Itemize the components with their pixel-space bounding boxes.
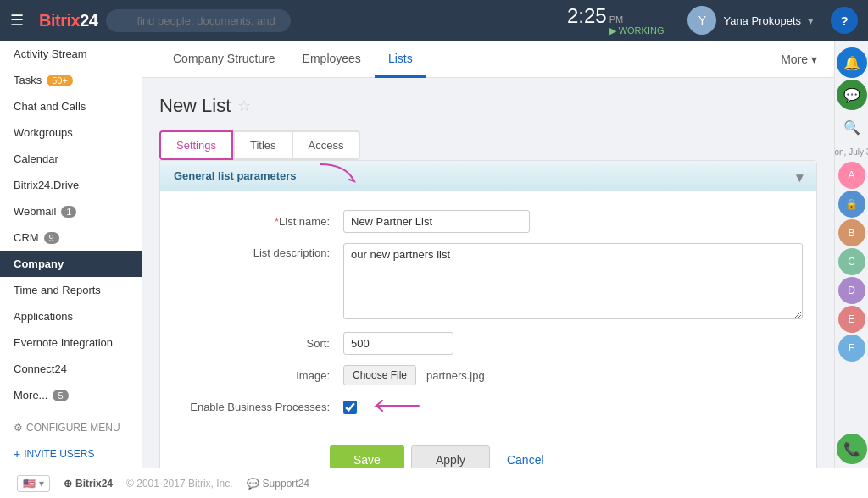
tab-lists[interactable]: Lists — [375, 42, 426, 78]
support-link[interactable]: 💬 Support24 — [247, 478, 309, 490]
avatar-1[interactable]: A — [838, 162, 865, 189]
sidebar-item-webmail[interactable]: Webmail 1 — [0, 198, 142, 224]
user-name: Yana Prokopets — [723, 14, 801, 27]
tab-company-structure[interactable]: Company Structure — [159, 42, 289, 78]
content-area: Company Structure Employees Lists More ▾… — [142, 41, 834, 468]
image-label: Image: — [174, 369, 343, 382]
sidebar-label: Webmail — [14, 205, 56, 218]
bottom-logo: ⊕ Bitrix24 — [64, 478, 113, 490]
sidebar-item-evernote[interactable]: Evernote Integration — [0, 329, 142, 356]
page-title: New List ☆ — [159, 95, 817, 117]
cancel-button[interactable]: Cancel — [497, 445, 554, 468]
form-tabs-wrap: Settings Titles Access — [159, 130, 817, 160]
choose-file-button[interactable]: Choose File — [343, 365, 416, 385]
sidebar-item-applications[interactable]: Applications — [0, 303, 142, 329]
sidebar-label: Workgroups — [14, 126, 73, 139]
sidebar-item-calendar[interactable]: Calendar — [0, 146, 142, 172]
sidebar-label: More... — [14, 389, 47, 401]
tab-employees[interactable]: Employees — [289, 42, 375, 78]
avatar: Y — [687, 6, 716, 35]
sidebar: Activity Stream Tasks 50+ Chat and Calls… — [0, 41, 142, 468]
chat-icon-btn[interactable]: 💬 — [837, 80, 867, 110]
configure-menu[interactable]: ⚙ CONFIGURE MENU — [0, 415, 142, 440]
sidebar-item-tasks[interactable]: Tasks 50+ — [0, 67, 142, 93]
bottom-bar: 🇺🇸 ▾ ⊕ Bitrix24 © 2001-2017 Bitrix, Inc.… — [0, 468, 868, 498]
more-badge: 5 — [53, 390, 68, 401]
bp-row: Enable Business Processes: — [160, 390, 816, 423]
user-menu[interactable]: Y Yana Prokopets ▾ — [687, 6, 814, 35]
copyright-text: © 2001-2017 Bitrix, Inc. — [126, 478, 233, 490]
search-wrap: 🔍 — [106, 9, 428, 32]
sidebar-item-more[interactable]: More... 5 — [0, 382, 142, 408]
form-container: General list parameters ▾ *List name: — [159, 160, 817, 468]
apply-button[interactable]: Apply — [411, 445, 490, 468]
sidebar-item-connect24[interactable]: Connect24 — [0, 356, 142, 382]
sidebar-label: Bitrix24.Drive — [14, 179, 79, 191]
form-tabs: Settings Titles Access — [159, 130, 817, 160]
notifications-icon-btn[interactable]: 🔔 — [837, 47, 867, 78]
bp-checkbox[interactable] — [343, 401, 357, 414]
sort-input[interactable] — [343, 332, 453, 355]
avatar-3[interactable]: B — [838, 219, 865, 246]
sidebar-label: Connect24 — [14, 362, 67, 375]
sort-row: Sort: — [160, 327, 816, 360]
tasks-badge: 50+ — [47, 75, 73, 86]
flag-icon: 🇺🇸 — [23, 478, 36, 490]
sidebar-item-activity-stream[interactable]: Activity Stream — [0, 41, 142, 67]
more-tabs-menu[interactable]: More ▾ — [781, 53, 817, 66]
sidebar-item-chat-calls[interactable]: Chat and Calls — [0, 93, 142, 119]
date-label: Mon, July 31 — [834, 144, 868, 160]
webmail-badge: 1 — [61, 206, 76, 218]
avatar-2[interactable]: 🔒 — [838, 191, 865, 218]
form-body: *List name: List description: our new pa… — [160, 191, 816, 437]
tab-access[interactable]: Access — [293, 130, 361, 160]
sidebar-label: CRM — [14, 231, 39, 244]
list-name-input[interactable] — [343, 210, 530, 233]
app-logo: Bitrix24 — [39, 11, 97, 30]
avatar-6[interactable]: E — [838, 306, 865, 333]
sidebar-item-company[interactable]: Company — [0, 251, 142, 277]
search-input[interactable] — [106, 9, 291, 32]
sidebar-item-workgroups[interactable]: Workgroups — [0, 119, 142, 146]
list-name-label: *List name: — [174, 215, 343, 228]
avatar-4[interactable]: C — [838, 248, 865, 275]
sidebar-label: Activity Stream — [14, 47, 87, 60]
topbar: ☰ Bitrix24 🔍 2:25 PM ▶ WORKING Y Yana Pr… — [0, 0, 868, 41]
help-button[interactable]: ? — [831, 7, 858, 34]
sidebar-label: Company — [14, 257, 64, 270]
favorite-star-icon[interactable]: ☆ — [237, 97, 251, 115]
page-content: New List ☆ Settings Titles Access — [142, 78, 834, 468]
sidebar-item-bitrix24drive[interactable]: Bitrix24.Drive — [0, 172, 142, 198]
image-row: Image: Choose File partners.jpg — [160, 360, 816, 390]
section-toggle-icon[interactable]: ▾ — [796, 169, 803, 185]
action-buttons: Save Apply Cancel — [160, 437, 816, 468]
clock-display: 2:25 PM ▶ WORKING — [567, 4, 665, 36]
tab-titles[interactable]: Titles — [233, 130, 293, 160]
file-name-label: partners.jpg — [426, 369, 485, 382]
bp-label: Enable Business Processes: — [174, 401, 343, 413]
list-description-input[interactable]: our new partners list — [343, 243, 803, 319]
save-button[interactable]: Save — [330, 445, 404, 468]
tab-settings[interactable]: Settings — [159, 130, 233, 160]
form-section-header: General list parameters ▾ — [160, 161, 816, 191]
secondary-nav: Company Structure Employees Lists More ▾ — [142, 41, 834, 78]
sidebar-label: Calendar — [14, 152, 58, 165]
hamburger-menu-icon[interactable]: ☰ — [10, 11, 24, 30]
bp-checkbox-wrap — [343, 401, 357, 414]
sidebar-label: Applications — [14, 310, 73, 323]
list-description-row: List description: our new partners list — [160, 238, 816, 327]
sidebar-label: Tasks — [14, 74, 42, 86]
invite-users[interactable]: + INVITE USERS — [0, 440, 142, 468]
avatar-5[interactable]: D — [838, 277, 865, 304]
language-selector[interactable]: 🇺🇸 ▾ — [17, 475, 50, 492]
crm-badge: 9 — [44, 232, 59, 244]
sidebar-item-time-reports[interactable]: Time and Reports — [0, 277, 142, 303]
avatar-7[interactable]: F — [838, 335, 865, 362]
bp-arrow-indicator — [364, 396, 423, 418]
list-description-label: List description: — [174, 243, 343, 259]
list-name-row: *List name: — [160, 205, 816, 238]
search-icon-btn[interactable]: 🔍 — [837, 112, 867, 142]
sidebar-item-crm[interactable]: CRM 9 — [0, 224, 142, 251]
sort-label: Sort: — [174, 337, 343, 350]
phone-icon-btn[interactable]: 📞 — [837, 434, 867, 464]
